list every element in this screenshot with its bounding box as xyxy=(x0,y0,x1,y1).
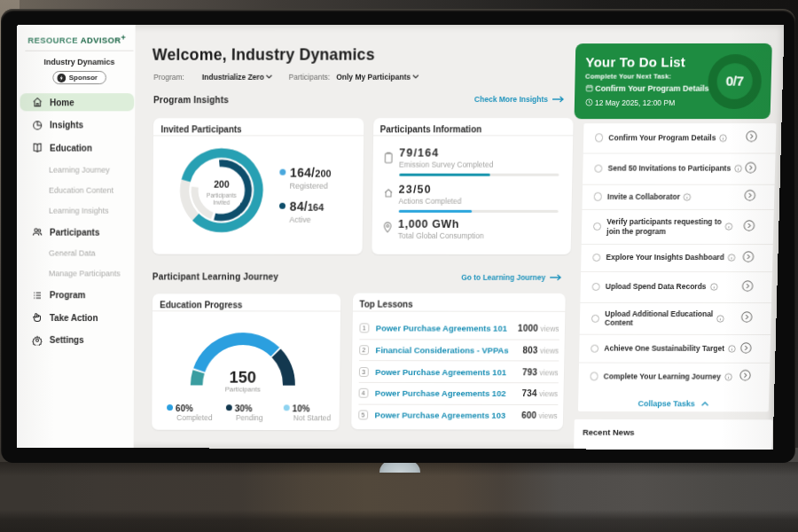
svg-text:Participants: Participants xyxy=(207,192,237,200)
svg-text:150: 150 xyxy=(230,367,257,386)
svg-text:200: 200 xyxy=(215,179,231,190)
svg-text:Participants: Participants xyxy=(225,385,261,393)
svg-text:Invited: Invited xyxy=(214,200,231,206)
